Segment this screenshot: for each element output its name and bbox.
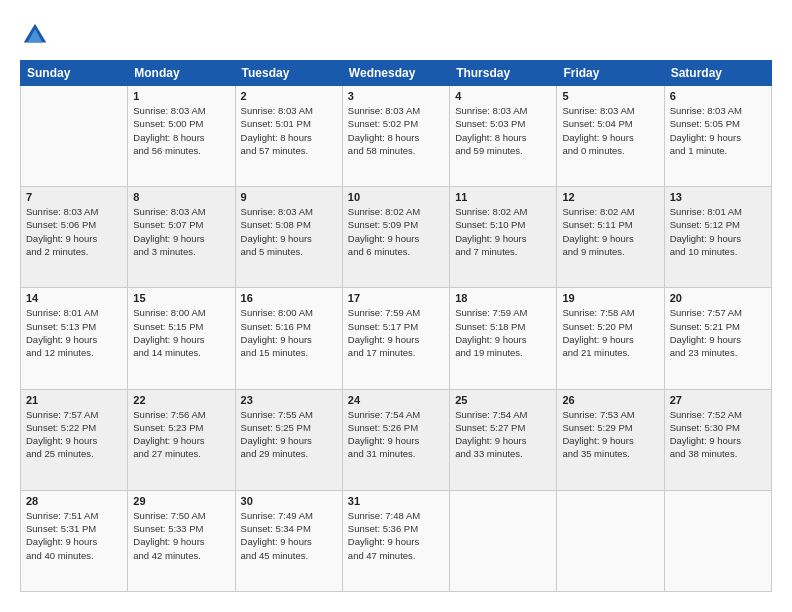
calendar-cell: 5Sunrise: 8:03 AM Sunset: 5:04 PM Daylig… <box>557 86 664 187</box>
day-info: Sunrise: 8:02 AM Sunset: 5:10 PM Dayligh… <box>455 205 551 258</box>
day-number: 29 <box>133 495 229 507</box>
day-info: Sunrise: 8:03 AM Sunset: 5:07 PM Dayligh… <box>133 205 229 258</box>
day-number: 22 <box>133 394 229 406</box>
day-number: 16 <box>241 292 337 304</box>
calendar-week-1: 1Sunrise: 8:03 AM Sunset: 5:00 PM Daylig… <box>21 86 772 187</box>
day-info: Sunrise: 7:59 AM Sunset: 5:17 PM Dayligh… <box>348 306 444 359</box>
weekday-friday: Friday <box>557 61 664 86</box>
calendar-cell: 8Sunrise: 8:03 AM Sunset: 5:07 PM Daylig… <box>128 187 235 288</box>
day-number: 13 <box>670 191 766 203</box>
day-info: Sunrise: 8:03 AM Sunset: 5:04 PM Dayligh… <box>562 104 658 157</box>
day-info: Sunrise: 7:59 AM Sunset: 5:18 PM Dayligh… <box>455 306 551 359</box>
calendar-cell: 25Sunrise: 7:54 AM Sunset: 5:27 PM Dayli… <box>450 389 557 490</box>
day-number: 6 <box>670 90 766 102</box>
day-number: 2 <box>241 90 337 102</box>
day-info: Sunrise: 8:01 AM Sunset: 5:12 PM Dayligh… <box>670 205 766 258</box>
weekday-saturday: Saturday <box>664 61 771 86</box>
calendar-cell: 7Sunrise: 8:03 AM Sunset: 5:06 PM Daylig… <box>21 187 128 288</box>
logo-icon <box>20 20 50 50</box>
calendar-header: SundayMondayTuesdayWednesdayThursdayFrid… <box>21 61 772 86</box>
day-number: 15 <box>133 292 229 304</box>
calendar-cell <box>664 490 771 591</box>
day-number: 5 <box>562 90 658 102</box>
day-number: 8 <box>133 191 229 203</box>
day-number: 19 <box>562 292 658 304</box>
day-info: Sunrise: 7:51 AM Sunset: 5:31 PM Dayligh… <box>26 509 122 562</box>
calendar-cell: 6Sunrise: 8:03 AM Sunset: 5:05 PM Daylig… <box>664 86 771 187</box>
day-info: Sunrise: 7:52 AM Sunset: 5:30 PM Dayligh… <box>670 408 766 461</box>
calendar-week-3: 14Sunrise: 8:01 AM Sunset: 5:13 PM Dayli… <box>21 288 772 389</box>
day-info: Sunrise: 8:03 AM Sunset: 5:06 PM Dayligh… <box>26 205 122 258</box>
day-info: Sunrise: 8:03 AM Sunset: 5:02 PM Dayligh… <box>348 104 444 157</box>
calendar-week-4: 21Sunrise: 7:57 AM Sunset: 5:22 PM Dayli… <box>21 389 772 490</box>
calendar-cell: 29Sunrise: 7:50 AM Sunset: 5:33 PM Dayli… <box>128 490 235 591</box>
day-number: 12 <box>562 191 658 203</box>
day-info: Sunrise: 7:54 AM Sunset: 5:26 PM Dayligh… <box>348 408 444 461</box>
weekday-sunday: Sunday <box>21 61 128 86</box>
day-info: Sunrise: 7:58 AM Sunset: 5:20 PM Dayligh… <box>562 306 658 359</box>
calendar-cell: 16Sunrise: 8:00 AM Sunset: 5:16 PM Dayli… <box>235 288 342 389</box>
day-info: Sunrise: 7:57 AM Sunset: 5:22 PM Dayligh… <box>26 408 122 461</box>
calendar-cell: 10Sunrise: 8:02 AM Sunset: 5:09 PM Dayli… <box>342 187 449 288</box>
calendar-cell: 4Sunrise: 8:03 AM Sunset: 5:03 PM Daylig… <box>450 86 557 187</box>
calendar-cell: 11Sunrise: 8:02 AM Sunset: 5:10 PM Dayli… <box>450 187 557 288</box>
day-number: 14 <box>26 292 122 304</box>
day-number: 11 <box>455 191 551 203</box>
day-info: Sunrise: 7:54 AM Sunset: 5:27 PM Dayligh… <box>455 408 551 461</box>
day-info: Sunrise: 7:57 AM Sunset: 5:21 PM Dayligh… <box>670 306 766 359</box>
day-number: 20 <box>670 292 766 304</box>
calendar-body: 1Sunrise: 8:03 AM Sunset: 5:00 PM Daylig… <box>21 86 772 592</box>
calendar-cell <box>21 86 128 187</box>
day-info: Sunrise: 8:03 AM Sunset: 5:08 PM Dayligh… <box>241 205 337 258</box>
day-info: Sunrise: 7:49 AM Sunset: 5:34 PM Dayligh… <box>241 509 337 562</box>
day-number: 10 <box>348 191 444 203</box>
day-number: 31 <box>348 495 444 507</box>
calendar-cell: 21Sunrise: 7:57 AM Sunset: 5:22 PM Dayli… <box>21 389 128 490</box>
calendar-cell: 23Sunrise: 7:55 AM Sunset: 5:25 PM Dayli… <box>235 389 342 490</box>
calendar-week-2: 7Sunrise: 8:03 AM Sunset: 5:06 PM Daylig… <box>21 187 772 288</box>
calendar-cell: 26Sunrise: 7:53 AM Sunset: 5:29 PM Dayli… <box>557 389 664 490</box>
calendar-cell: 28Sunrise: 7:51 AM Sunset: 5:31 PM Dayli… <box>21 490 128 591</box>
day-info: Sunrise: 8:03 AM Sunset: 5:00 PM Dayligh… <box>133 104 229 157</box>
logo <box>20 20 54 50</box>
calendar-cell: 15Sunrise: 8:00 AM Sunset: 5:15 PM Dayli… <box>128 288 235 389</box>
calendar-cell <box>450 490 557 591</box>
calendar-cell: 14Sunrise: 8:01 AM Sunset: 5:13 PM Dayli… <box>21 288 128 389</box>
day-info: Sunrise: 7:55 AM Sunset: 5:25 PM Dayligh… <box>241 408 337 461</box>
calendar-cell: 19Sunrise: 7:58 AM Sunset: 5:20 PM Dayli… <box>557 288 664 389</box>
calendar-cell: 22Sunrise: 7:56 AM Sunset: 5:23 PM Dayli… <box>128 389 235 490</box>
calendar-cell: 12Sunrise: 8:02 AM Sunset: 5:11 PM Dayli… <box>557 187 664 288</box>
day-number: 25 <box>455 394 551 406</box>
day-number: 1 <box>133 90 229 102</box>
day-info: Sunrise: 8:03 AM Sunset: 5:03 PM Dayligh… <box>455 104 551 157</box>
day-number: 24 <box>348 394 444 406</box>
calendar-cell: 17Sunrise: 7:59 AM Sunset: 5:17 PM Dayli… <box>342 288 449 389</box>
weekday-monday: Monday <box>128 61 235 86</box>
weekday-tuesday: Tuesday <box>235 61 342 86</box>
day-number: 7 <box>26 191 122 203</box>
day-number: 18 <box>455 292 551 304</box>
day-number: 4 <box>455 90 551 102</box>
day-info: Sunrise: 8:03 AM Sunset: 5:05 PM Dayligh… <box>670 104 766 157</box>
weekday-wednesday: Wednesday <box>342 61 449 86</box>
calendar-week-5: 28Sunrise: 7:51 AM Sunset: 5:31 PM Dayli… <box>21 490 772 591</box>
weekday-thursday: Thursday <box>450 61 557 86</box>
calendar-cell: 31Sunrise: 7:48 AM Sunset: 5:36 PM Dayli… <box>342 490 449 591</box>
day-info: Sunrise: 7:48 AM Sunset: 5:36 PM Dayligh… <box>348 509 444 562</box>
day-number: 9 <box>241 191 337 203</box>
weekday-header-row: SundayMondayTuesdayWednesdayThursdayFrid… <box>21 61 772 86</box>
day-number: 26 <box>562 394 658 406</box>
day-info: Sunrise: 7:53 AM Sunset: 5:29 PM Dayligh… <box>562 408 658 461</box>
calendar-cell: 27Sunrise: 7:52 AM Sunset: 5:30 PM Dayli… <box>664 389 771 490</box>
header <box>20 20 772 50</box>
day-number: 30 <box>241 495 337 507</box>
day-info: Sunrise: 8:02 AM Sunset: 5:11 PM Dayligh… <box>562 205 658 258</box>
calendar-cell: 20Sunrise: 7:57 AM Sunset: 5:21 PM Dayli… <box>664 288 771 389</box>
day-number: 23 <box>241 394 337 406</box>
day-info: Sunrise: 8:01 AM Sunset: 5:13 PM Dayligh… <box>26 306 122 359</box>
calendar-cell: 18Sunrise: 7:59 AM Sunset: 5:18 PM Dayli… <box>450 288 557 389</box>
day-number: 27 <box>670 394 766 406</box>
calendar-cell: 9Sunrise: 8:03 AM Sunset: 5:08 PM Daylig… <box>235 187 342 288</box>
calendar-table: SundayMondayTuesdayWednesdayThursdayFrid… <box>20 60 772 592</box>
day-info: Sunrise: 8:00 AM Sunset: 5:15 PM Dayligh… <box>133 306 229 359</box>
